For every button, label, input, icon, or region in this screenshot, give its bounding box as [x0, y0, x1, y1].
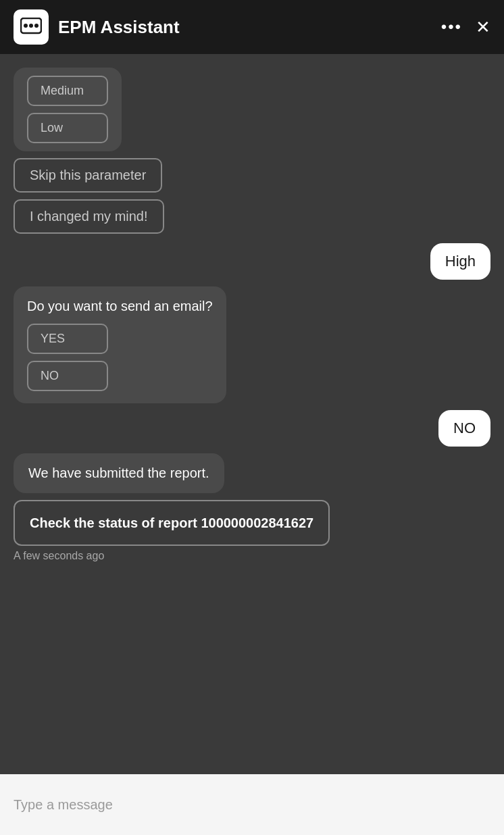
changed-mind-button[interactable]: I changed my mind!: [14, 199, 164, 234]
user-reply-no-bubble: NO: [438, 410, 490, 447]
priority-options-bubble: Medium Low: [14, 68, 122, 151]
app-header: EPM Assistant ••• ✕: [0, 0, 504, 54]
report-submitted-text: We have submitted the report.: [28, 465, 209, 480]
svg-point-1: [24, 24, 28, 28]
app-title: EPM Assistant: [58, 17, 441, 38]
close-button[interactable]: ✕: [476, 17, 490, 38]
action-buttons-row: Skip this parameter I changed my mind!: [14, 158, 164, 234]
email-buttons: YES NO: [27, 324, 213, 391]
svg-point-2: [29, 24, 33, 28]
skip-parameter-button[interactable]: Skip this parameter: [14, 158, 162, 193]
svg-point-3: [34, 24, 39, 28]
user-reply-high-text: High: [445, 253, 476, 270]
input-area: [0, 774, 504, 835]
report-submitted-bubble: We have submitted the report.: [14, 453, 224, 493]
check-status-text: Check the status of report 1000000028416…: [30, 515, 313, 530]
check-status-link[interactable]: Check the status of report 1000000028416…: [14, 500, 330, 546]
timestamp: A few seconds ago: [14, 550, 104, 562]
email-question-bubble: Do you want to send an email? YES NO: [14, 286, 226, 403]
more-options-button[interactable]: •••: [441, 18, 462, 36]
chat-area: Medium Low Skip this parameter I changed…: [0, 54, 504, 774]
medium-button[interactable]: Medium: [27, 76, 108, 106]
low-button[interactable]: Low: [27, 113, 108, 143]
message-input[interactable]: [14, 797, 490, 813]
yes-button[interactable]: YES: [27, 324, 108, 354]
app-icon: [14, 9, 49, 45]
no-button[interactable]: NO: [27, 361, 108, 391]
user-reply-no-text: NO: [453, 420, 476, 436]
user-reply-high-bubble: High: [430, 243, 490, 280]
header-actions: ••• ✕: [441, 17, 490, 38]
email-question-text: Do you want to send an email?: [27, 299, 213, 314]
